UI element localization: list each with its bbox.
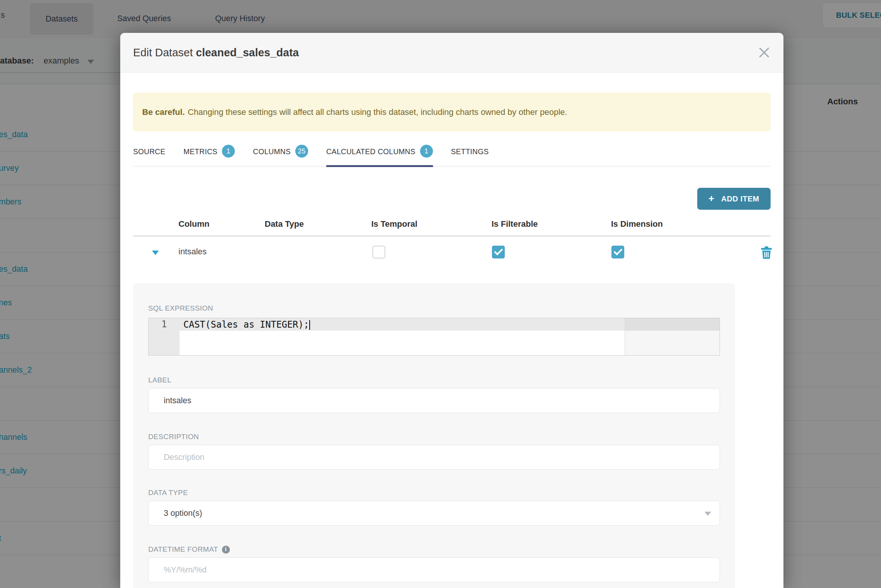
modal-tabs: SOURCE METRICS 1 COLUMNS 25 CALCULATED C…: [133, 139, 771, 167]
warning-banner: Be careful.Changing these settings will …: [133, 93, 771, 132]
warning-bold: Be careful.: [142, 107, 185, 117]
metrics-count-badge: 1: [222, 145, 235, 158]
warning-text: Changing these settings will affect all …: [188, 107, 568, 117]
column-header-is-temporal: Is Temporal: [371, 219, 417, 229]
modal-body: Be careful.Changing these settings will …: [120, 93, 783, 588]
data-type-selected-value: 3 option(s): [164, 509, 202, 518]
add-item-row: + ADD ITEM: [133, 188, 771, 210]
text-cursor: [309, 320, 310, 330]
sql-expression-editor[interactable]: 1 CAST(Sales as INTEGER);: [148, 318, 720, 356]
datetime-format-input[interactable]: [148, 557, 720, 582]
sql-expression-label: SQL EXPRESSION: [148, 304, 720, 313]
modal-title: Edit Dataset cleaned_sales_data: [133, 46, 299, 59]
calculated-column-name: intsales: [178, 247, 207, 257]
tab-metrics[interactable]: METRICS 1: [183, 139, 235, 166]
column-header-data-type: Data Type: [265, 219, 304, 229]
editor-print-margin: [625, 318, 720, 355]
data-type-field-label: DATA TYPE: [148, 489, 720, 497]
data-type-field-group: DATA TYPE 3 option(s): [148, 489, 720, 526]
edit-dataset-modal: Edit Dataset cleaned_sales_data Be caref…: [120, 33, 783, 588]
is-dimension-checkbox[interactable]: [611, 246, 624, 258]
select-caret-icon: [704, 512, 711, 516]
is-temporal-checkbox[interactable]: [372, 246, 385, 258]
tab-source[interactable]: SOURCE: [133, 139, 165, 166]
column-header-column: Column: [178, 219, 209, 229]
plus-icon: +: [709, 193, 715, 204]
tab-calculated-columns[interactable]: CALCULATED COLUMNS 1: [326, 139, 433, 166]
column-header-is-dimension: Is Dimension: [611, 219, 663, 229]
columns-count-badge: 25: [295, 145, 308, 158]
label-field-group: LABEL: [148, 376, 720, 413]
datetime-format-field-group: DATETIME FORMAT i: [148, 545, 720, 582]
info-icon[interactable]: i: [222, 546, 230, 554]
tab-settings[interactable]: SETTINGS: [451, 139, 489, 166]
label-input[interactable]: [148, 388, 720, 413]
modal-title-prefix: Edit Dataset: [133, 46, 193, 59]
editor-gutter: 1: [149, 318, 180, 355]
description-input[interactable]: [148, 445, 720, 470]
description-field-group: DESCRIPTION: [148, 433, 720, 470]
column-header-is-filterable: Is Filterable: [492, 219, 538, 229]
collapse-caret-icon[interactable]: [152, 251, 159, 255]
is-filterable-checkbox[interactable]: [492, 246, 505, 258]
sql-code[interactable]: CAST(Sales as INTEGER);: [183, 319, 310, 331]
data-type-select[interactable]: 3 option(s): [148, 501, 720, 526]
modal-dataset-name: cleaned_sales_data: [196, 46, 299, 59]
calculated-columns-count-badge: 1: [420, 145, 433, 158]
label-field-label: LABEL: [148, 376, 720, 384]
modal-header: Edit Dataset cleaned_sales_data: [120, 33, 783, 73]
delete-trash-icon[interactable]: [761, 246, 772, 260]
calculated-column-row-intsales: intsales: [133, 237, 771, 269]
datetime-format-field-label: DATETIME FORMAT i: [148, 545, 720, 554]
add-item-button[interactable]: + ADD ITEM: [697, 188, 771, 210]
calculated-column-detail-panel: SQL EXPRESSION 1 CAST(Sales as INTEGER);…: [133, 283, 735, 588]
calculated-columns-header-row: Column Data Type Is Temporal Is Filterab…: [133, 215, 771, 235]
close-icon[interactable]: [758, 46, 771, 59]
description-field-label: DESCRIPTION: [148, 433, 720, 441]
tab-columns[interactable]: COLUMNS 25: [253, 139, 308, 166]
